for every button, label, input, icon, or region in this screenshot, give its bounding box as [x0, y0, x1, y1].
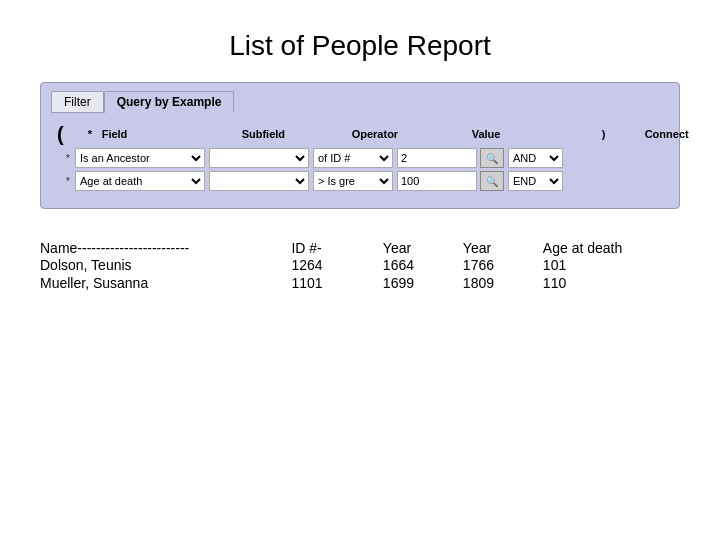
tab-filter[interactable]: Filter	[51, 91, 104, 113]
row1-value-input[interactable]	[397, 148, 477, 168]
col-header-year-birth: Year	[383, 239, 463, 256]
row2-connect-select[interactable]: END AND OR	[508, 171, 563, 191]
row1-connect-select[interactable]: AND OR END	[508, 148, 563, 168]
row2-asterisk: *	[61, 175, 75, 187]
row1-asterisk: *	[61, 152, 75, 164]
result-age-2: 110	[543, 274, 680, 292]
query-panel: Filter Query by Example ( * Field Subfie…	[40, 82, 680, 209]
query-row-2: * Age at death > Is gre = Equals < Is le…	[61, 171, 663, 191]
row1-field-select[interactable]: Is an Ancestor	[75, 148, 205, 168]
row2-operator-select[interactable]: > Is gre = Equals < Is les	[313, 171, 393, 191]
row1-subfield-select[interactable]	[209, 148, 309, 168]
col-header-id: ID #-	[291, 239, 382, 256]
result-name-2: Mueller, Susanna	[40, 274, 291, 292]
col-header-year-death: Year	[463, 239, 543, 256]
row2-search-button[interactable]: 🔍	[480, 171, 504, 191]
row2-subfield-select[interactable]	[209, 171, 309, 191]
col-header-age: Age at death	[543, 239, 680, 256]
query-row-1: * Is an Ancestor of ID # 🔍 AND OR END	[61, 148, 663, 168]
tab-query-by-example[interactable]: Query by Example	[104, 91, 235, 113]
result-year-death-1: 1766	[463, 256, 543, 274]
col-header-subfield: Subfield	[242, 128, 352, 140]
tabs-row: Filter Query by Example	[51, 91, 669, 113]
results-header-row: Name------------------------ ID #- Year …	[40, 239, 680, 256]
row2-value-input[interactable]	[397, 171, 477, 191]
col-header-field: Field	[102, 128, 242, 140]
result-year-birth-1: 1664	[383, 256, 463, 274]
search-icon: 🔍	[486, 176, 498, 187]
col-header-value: Value	[472, 128, 592, 140]
query-body: ( * Field Subfield Operator Value ) Conn…	[51, 119, 669, 198]
paren-open: (	[57, 123, 64, 146]
row2-field-select[interactable]: Age at death	[75, 171, 205, 191]
results-table: Name------------------------ ID #- Year …	[40, 239, 680, 292]
column-headers-row: ( * Field Subfield Operator Value ) Conn…	[57, 123, 663, 146]
results-section: Name------------------------ ID #- Year …	[40, 239, 680, 292]
result-name-1: Dolson, Teunis	[40, 256, 291, 274]
col-header-name: Name------------------------	[40, 239, 291, 256]
table-row: Dolson, Teunis 1264 1664 1766 101	[40, 256, 680, 274]
result-id-2: 1101	[291, 274, 382, 292]
result-year-death-2: 1809	[463, 274, 543, 292]
col-header-operator: Operator	[352, 128, 472, 140]
row1-search-button[interactable]: 🔍	[480, 148, 504, 168]
col-header-connect: Connect	[632, 128, 702, 140]
col-headers: * Field Subfield Operator Value ) Connec…	[88, 128, 702, 140]
result-age-1: 101	[543, 256, 680, 274]
search-icon: 🔍	[486, 153, 498, 164]
row1-operator-select[interactable]: of ID #	[313, 148, 393, 168]
result-year-birth-2: 1699	[383, 274, 463, 292]
result-id-1: 1264	[291, 256, 382, 274]
page-title: List of People Report	[0, 0, 720, 82]
table-row: Mueller, Susanna 1101 1699 1809 110	[40, 274, 680, 292]
col-header-star: *	[88, 128, 102, 140]
col-header-close: )	[602, 128, 632, 140]
